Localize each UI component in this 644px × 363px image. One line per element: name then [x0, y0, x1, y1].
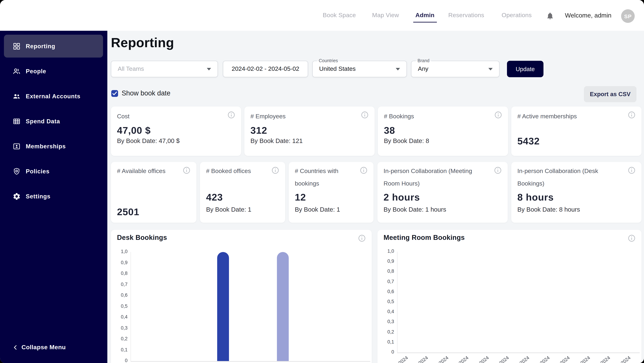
kpi-card-in-person-collaboration-desk-bookings: In-person Collaboration (Desk Bookings)8… [511, 162, 642, 223]
info-icon[interactable] [494, 111, 502, 119]
y-axis-tick-label: 0,4 [380, 309, 394, 314]
avatar[interactable]: SP [621, 9, 635, 23]
bar-1 [277, 252, 289, 361]
chart-title: Meeting Room Bookings [384, 234, 465, 242]
teams-select[interactable]: All Teams [111, 61, 218, 77]
kpi-card-title: # Employees [250, 110, 353, 123]
info-icon[interactable] [360, 166, 368, 174]
y-axis-tick-label: 0,7 [113, 282, 128, 287]
sidebar-item-external-accounts[interactable]: External Accounts [4, 85, 103, 108]
show-book-date-label[interactable]: Show book date [122, 89, 170, 98]
kpi-card-value: 5432 [517, 136, 540, 147]
x-axis-tick-label: 2024 [554, 355, 571, 363]
date-range-value: 2024-02-02 - 2024-05-02 [223, 61, 308, 77]
kpi-card-title: # Bookings [384, 110, 486, 123]
y-axis-line [130, 252, 131, 361]
y-axis-tick-label: 0,1 [113, 347, 128, 352]
person-icon [12, 67, 21, 75]
chevron-down-icon [396, 68, 400, 70]
kpi-card-byline: By Book Date: 1 [206, 206, 251, 213]
page-title: Reporting [111, 35, 174, 50]
kpi-card-byline: By Book Date: 1 [295, 206, 340, 213]
nav-map-view[interactable]: Map View [372, 0, 399, 31]
y-axis-tick-label: 0,5 [113, 303, 128, 309]
chart-card-desk-bookings: Desk Bookings00,10,20,30,40,50,60,70,80,… [111, 230, 372, 363]
nav-active-underline [413, 22, 437, 22]
countries-select-value: United States [319, 61, 356, 77]
sidebar-item-policies[interactable]: Policies [4, 160, 103, 183]
info-icon[interactable] [182, 166, 191, 174]
sidebar-item-reporting[interactable]: Reporting [4, 35, 103, 57]
kpi-card-bookings: # Bookings38By Book Date: 8 [378, 106, 508, 156]
x-axis-tick-label: 2024 [393, 355, 409, 363]
sidebar-item-label: Memberships [26, 143, 66, 150]
kpi-card-title: In-person Collaboration (Desk Bookings) [517, 165, 620, 190]
sidebar-item-memberships[interactable]: Memberships [4, 135, 103, 158]
shield-icon [12, 167, 21, 175]
update-button[interactable]: Update [507, 61, 544, 77]
x-axis-tick-label: 2024 [534, 355, 550, 363]
y-axis-tick-label: 0,2 [113, 336, 128, 341]
nav-admin[interactable]: Admin [416, 0, 434, 31]
kpi-card-employees: # Employees312By Book Date: 121 [244, 106, 374, 156]
notifications-bell-icon[interactable] [546, 12, 554, 20]
info-icon[interactable] [358, 234, 366, 242]
nav-operations[interactable]: Operations [502, 0, 532, 31]
y-axis-tick-label: 0,6 [113, 292, 128, 298]
kpi-card-value: 312 [250, 125, 267, 136]
info-icon[interactable] [628, 166, 636, 174]
welcome-text: Welcome, admin [565, 0, 612, 31]
kpi-card-value: 8 hours [517, 192, 554, 203]
collapse-menu-button[interactable]: Collapse Menu [12, 343, 66, 352]
gear-icon [12, 192, 21, 200]
y-axis-tick-label: 0 [113, 358, 128, 363]
info-icon[interactable] [271, 166, 280, 174]
info-icon[interactable] [628, 234, 636, 242]
people-icon [12, 92, 21, 100]
sidebar-item-people[interactable]: People [4, 60, 103, 83]
nav-book-space[interactable]: Book Space [323, 0, 356, 31]
kpi-card-byline: By Book Date: 47,00 $ [117, 137, 180, 145]
show-book-date-checkbox[interactable] [111, 90, 118, 97]
x-axis-tick-label: 2024 [474, 355, 490, 363]
y-axis-tick-label: 1,0 [113, 249, 128, 254]
sidebar-item-label: People [26, 68, 46, 74]
export-csv-button[interactable]: Export as CSV [584, 86, 636, 102]
chevron-left-icon [12, 344, 18, 351]
info-icon[interactable] [628, 111, 636, 119]
date-range-input[interactable]: 2024-02-02 - 2024-05-02 [223, 61, 308, 77]
y-axis-tick-label: 0,3 [113, 325, 128, 331]
sidebar-item-label: External Accounts [26, 93, 80, 99]
sidebar-item-settings[interactable]: Settings [4, 185, 103, 208]
sidebar-item-label: Spend Data [26, 118, 60, 125]
sidebar-item-label: Policies [26, 168, 50, 175]
brand-select-value: Any [418, 61, 428, 77]
kpi-card-title: # Countries with bookings [295, 165, 352, 190]
kpi-card-value: 47,00 $ [117, 125, 151, 136]
countries-select[interactable]: Countries United States [312, 61, 407, 77]
info-icon[interactable] [227, 111, 236, 119]
y-axis-tick-label: 0,3 [380, 319, 394, 324]
nav-reservations[interactable]: Reservations [448, 0, 484, 31]
kpi-card-title: # Available offices [117, 165, 175, 177]
app-window: ReportingPeopleExternal AccountsSpend Da… [0, 0, 644, 363]
top-header: Welcome, admin SP Book SpaceMap ViewAdmi… [0, 0, 644, 31]
kpi-card-value: 38 [384, 125, 395, 136]
kpi-card-value: 2 hours [384, 192, 420, 203]
kpi-card-value: 423 [206, 192, 223, 203]
sidebar-item-spend-data[interactable]: Spend Data [4, 110, 103, 133]
y-axis-tick-label: 0,4 [113, 314, 128, 320]
brand-select[interactable]: Brand Any [411, 61, 500, 77]
kpi-card-countries-with-bookings: # Countries with bookings12By Book Date:… [289, 162, 374, 223]
y-axis-tick-label: 0,8 [380, 269, 394, 274]
y-axis-tick-label: 0 [380, 349, 394, 355]
x-axis-tick-label: 2024 [453, 355, 470, 363]
kpi-card-title: # Active memberships [517, 110, 620, 123]
y-axis-tick-label: 0,6 [380, 289, 394, 294]
teams-select-value: All Teams [118, 61, 144, 77]
sidebar: ReportingPeopleExternal AccountsSpend Da… [0, 31, 107, 363]
chart-card-meeting-room-bookings: Meeting Room Bookings00,10,20,30,40,50,6… [378, 230, 642, 363]
info-icon[interactable] [494, 166, 502, 174]
info-icon[interactable] [361, 111, 369, 119]
y-axis-tick-label: 0,1 [380, 339, 394, 345]
